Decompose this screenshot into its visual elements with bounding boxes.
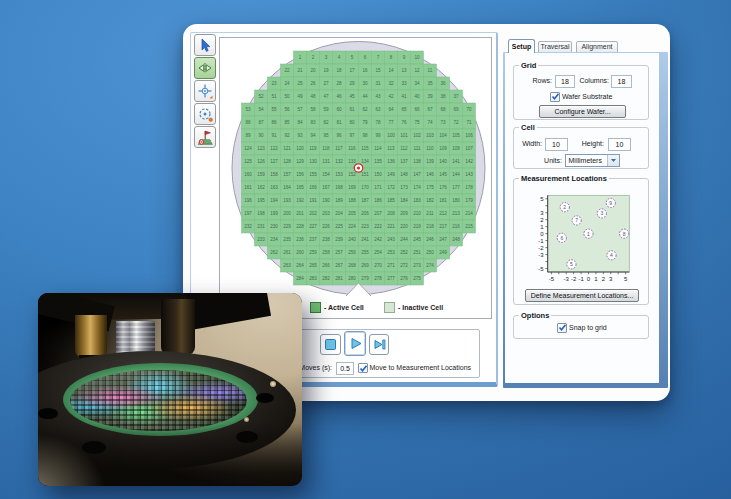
wafer-cell-number: 173	[400, 185, 408, 190]
snap-to-grid-checkbox[interactable]	[557, 323, 567, 333]
wafer-cell-number: 11	[428, 68, 433, 73]
wafer-cell-number: 101	[400, 133, 408, 138]
configure-wafer-button[interactable]: Configure Wafer...	[539, 105, 626, 118]
tab-alignment-label: Alignment	[581, 43, 612, 50]
skip-to-end-button[interactable]	[369, 334, 389, 355]
wafer-substrate-checkbox[interactable]	[550, 92, 560, 102]
wafer-cell-number: 41	[401, 94, 407, 99]
measurement-point-number: 6	[560, 234, 563, 240]
cell-width-label: Width:	[516, 140, 542, 147]
wafer-cell-number: 156	[296, 172, 304, 177]
wafer-cell-number: 118	[322, 146, 330, 151]
wafer-cell-number: 259	[309, 250, 317, 255]
wafer-cell-number: 260	[296, 250, 304, 255]
wafer-cell-number: 274	[426, 263, 434, 268]
checkmark-icon	[359, 364, 367, 373]
wafer-cell-number: 115	[361, 146, 369, 151]
wafer-cell-number: 198	[257, 211, 265, 216]
wafer-cell-number: 144	[452, 172, 460, 177]
units-combobox[interactable]: Millimeters	[565, 154, 620, 167]
wafer-cell-number: 174	[413, 185, 421, 190]
wafer-cell-number: 24	[284, 81, 290, 86]
wafer-cell-number: 139	[426, 159, 434, 164]
wafer-cell-number: 158	[270, 172, 278, 177]
play-button[interactable]	[344, 331, 366, 356]
y-tick-label: 1	[540, 223, 544, 229]
wafer-cell-number: 164	[283, 185, 291, 190]
wafer-cell-number: 51	[271, 94, 277, 99]
measurement-group-title: Measurement Locations	[519, 174, 609, 183]
wafer-cell-number: 271	[387, 263, 395, 268]
wafer-cell-number: 281	[335, 276, 343, 281]
center-target-button[interactable]	[194, 103, 216, 125]
wafer-cell-number: 203	[322, 211, 330, 216]
wafer-cell-number: 100	[387, 133, 395, 138]
wafer-cell-number: 165	[296, 185, 304, 190]
wafer-cell-number: 40	[414, 94, 420, 99]
wafer-cell-number: 230	[270, 224, 278, 229]
wafer-cell-number: 126	[257, 159, 265, 164]
wafer-cell-number: 129	[296, 159, 304, 164]
tab-setup[interactable]: Setup	[508, 39, 535, 53]
wafer-cell-number: 66	[414, 107, 420, 112]
stop-icon	[323, 337, 338, 352]
units-label: Units:	[536, 157, 562, 164]
wafer-cell-number: 150	[374, 172, 382, 177]
wafer-cell-number: 89	[245, 133, 251, 138]
grid-group-title: Grid	[519, 61, 538, 70]
columns-input[interactable]: 18	[611, 75, 632, 88]
wafer-cell-number: 282	[322, 276, 330, 281]
wafer-cell-number: 60	[336, 107, 342, 112]
wafer-map[interactable]: 1234567891022212019181716151413121123242…	[220, 38, 491, 318]
wafer-cell-number: 233	[257, 237, 265, 242]
wafer-cell-number: 190	[322, 198, 330, 203]
wafer-cell-number: 200	[283, 211, 291, 216]
wafer-cell-number: 192	[296, 198, 304, 203]
wafer-cell-number: 140	[439, 159, 447, 164]
wafer-cell-number: 94	[310, 133, 316, 138]
wafer-cell-number: 141	[452, 159, 460, 164]
wafer-cell-number: 70	[466, 107, 472, 112]
wafer-cell-number: 103	[426, 133, 434, 138]
move-crosshair-button[interactable]	[194, 80, 216, 102]
wafer-cell-number: 102	[413, 133, 421, 138]
rows-input[interactable]: 18	[555, 75, 575, 88]
wafer-cell-number: 33	[401, 81, 407, 86]
wafer-cell-number: 234	[270, 237, 278, 242]
wafer-cell-number: 145	[439, 172, 447, 177]
flip-horizontal-button[interactable]	[194, 57, 216, 79]
wafer-cell-number: 7	[377, 55, 380, 60]
cell-width-input[interactable]: 10	[545, 138, 568, 151]
wafer-cell-number: 199	[270, 211, 278, 216]
wafer-cell-number: 241	[361, 237, 369, 242]
wafer-cell-number: 184	[400, 198, 408, 203]
wafer-cell-number: 256	[348, 250, 356, 255]
wafer-cell-number: 214	[465, 211, 473, 216]
measurement-point-number: 2	[563, 204, 566, 210]
select-cursor-button[interactable]	[194, 34, 216, 56]
define-measurement-locations-button[interactable]: Define Measurement Locations...	[525, 289, 639, 302]
wafer-cell-number: 88	[245, 120, 251, 125]
cell-height-input[interactable]: 10	[608, 138, 631, 151]
wafer-cell-number: 172	[387, 185, 395, 190]
measurement-point-number: 1	[587, 230, 590, 236]
wafer-cell-number: 227	[309, 224, 317, 229]
flag-location-button[interactable]	[194, 126, 216, 148]
wafer-cell-number: 124	[244, 146, 252, 151]
wafer-cell-number: 177	[452, 185, 460, 190]
x-tick-label: 1	[594, 276, 598, 282]
wafer-cell-number: 26	[310, 81, 316, 86]
wafer-cell-number: 283	[309, 276, 317, 281]
tab-alignment[interactable]: Alignment	[576, 41, 618, 53]
wafer-cell-number: 120	[296, 146, 304, 151]
wafer-cell-number: 168	[335, 185, 343, 190]
moves-input[interactable]: 0.5	[336, 362, 354, 375]
stop-button[interactable]	[320, 334, 341, 355]
wafer-cell-number: 191	[309, 198, 317, 203]
wafer-cell-number: 278	[374, 276, 382, 281]
move-to-measurement-checkbox[interactable]	[358, 363, 368, 373]
wafer-cell-number: 59	[323, 107, 329, 112]
wafer-cell-number: 35	[427, 81, 433, 86]
tab-traversal[interactable]: Traversal	[538, 41, 572, 53]
wafer-cell-number: 240	[348, 237, 356, 242]
